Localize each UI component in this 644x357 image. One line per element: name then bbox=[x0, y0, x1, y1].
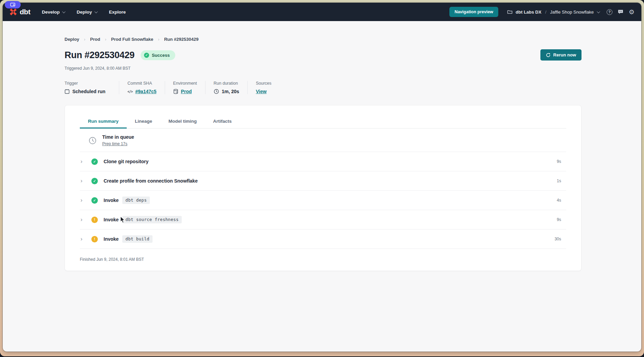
breadcrumb-job[interactable]: Prod Full Snowflake bbox=[111, 37, 153, 42]
warning-icon: ! bbox=[91, 236, 98, 242]
breadcrumb: Deploy › Prod › Prod Full Snowflake › Ru… bbox=[65, 21, 582, 42]
finished-timestamp: Finished Jun 9, 2024, 8:01 AM BST bbox=[80, 249, 566, 262]
meta-label: Sources bbox=[256, 81, 271, 86]
screen-share-icon bbox=[10, 3, 15, 7]
tab-run-summary[interactable]: Run summary bbox=[80, 114, 127, 129]
nav-menu-deploy[interactable]: Deploy bbox=[77, 10, 97, 15]
nav-menu-explore[interactable]: Explore bbox=[109, 10, 126, 15]
nav-menu-develop[interactable]: Develop bbox=[42, 10, 65, 15]
step-row-create-profile[interactable]: › ✓ Create profile from connection Snowf… bbox=[80, 171, 566, 191]
check-icon: ✓ bbox=[144, 53, 149, 58]
chevron-down-icon bbox=[62, 10, 66, 13]
check-icon: ✓ bbox=[91, 158, 98, 165]
expand-chevron-icon[interactable]: › bbox=[80, 236, 85, 242]
meta-label: Environment bbox=[173, 81, 197, 86]
status-badge-label: Success bbox=[152, 53, 170, 58]
feedback-icon[interactable] bbox=[618, 9, 624, 15]
breadcrumb-separator: › bbox=[158, 37, 159, 42]
expand-chevron-icon[interactable]: › bbox=[80, 178, 85, 184]
check-icon: ✓ bbox=[91, 197, 98, 204]
meta-label: Run duration bbox=[214, 81, 239, 86]
time-in-queue-section: Time in queue Prep time 17s bbox=[80, 129, 566, 152]
folder-icon bbox=[507, 10, 513, 14]
dbt-logo-icon bbox=[9, 7, 18, 16]
breadcrumb-prod[interactable]: Prod bbox=[90, 37, 100, 42]
chevron-down-icon bbox=[94, 10, 98, 13]
step-duration: 9s bbox=[557, 159, 561, 164]
project-name: Jaffle Shop Snowflake bbox=[550, 10, 594, 15]
breadcrumb-separator: › bbox=[84, 37, 85, 42]
browser-window: dbt Develop Deploy Explore Navigation pr… bbox=[3, 3, 641, 352]
page-header: Run #292530429 ✓ Success Rerun now bbox=[65, 48, 582, 62]
meta-environment: Environment Prod bbox=[165, 81, 205, 94]
step-duration: 1s bbox=[557, 178, 561, 183]
meta-trigger: Trigger Scheduled run bbox=[65, 81, 119, 94]
step-name: Clone git repository bbox=[104, 159, 148, 164]
trigger-value: Scheduled run bbox=[72, 89, 105, 94]
page-title: Run #292530429 bbox=[65, 50, 135, 61]
tab-lineage[interactable]: Lineage bbox=[127, 114, 160, 129]
meta-run-duration: Run duration 1m, 20s bbox=[205, 81, 247, 94]
expand-chevron-icon[interactable]: › bbox=[80, 197, 85, 203]
step-name: Invoke bbox=[104, 236, 119, 242]
triggered-timestamp: Triggered Jun 9, 2024, 8:00 AM BST bbox=[65, 66, 582, 71]
meta-sources: Sources View bbox=[247, 81, 280, 94]
sources-view-link[interactable]: View bbox=[256, 89, 267, 94]
code-icon: </> bbox=[127, 90, 132, 94]
nav-menus: Develop Deploy Explore bbox=[42, 10, 126, 15]
rerun-icon bbox=[546, 53, 551, 57]
prep-time-link[interactable]: Prep time 17s bbox=[102, 141, 127, 146]
status-badge: ✓ Success bbox=[141, 50, 175, 60]
breadcrumb-separator: › bbox=[105, 37, 106, 42]
step-name: Invoke bbox=[104, 217, 119, 222]
step-name: Create profile from connection Snowflake bbox=[104, 178, 198, 184]
clock-icon bbox=[214, 89, 219, 94]
dbt-logo-text: dbt bbox=[20, 8, 30, 16]
meta-label: Commit SHA bbox=[127, 81, 156, 86]
environment-link[interactable]: Prod bbox=[181, 89, 192, 94]
tab-artifacts[interactable]: Artifacts bbox=[205, 114, 240, 129]
gear-icon[interactable]: ⚙ bbox=[629, 9, 634, 15]
commit-sha-link[interactable]: #9a147c5 bbox=[135, 89, 156, 94]
chevron-down-icon bbox=[597, 10, 600, 13]
step-row-dbt-deps[interactable]: › ✓ Invoke dbt deps 4s bbox=[80, 191, 566, 210]
expand-chevron-icon[interactable]: › bbox=[80, 217, 85, 222]
expand-chevron-icon[interactable]: › bbox=[80, 158, 85, 164]
breadcrumb-deploy[interactable]: Deploy bbox=[65, 37, 79, 42]
step-row-clone-git[interactable]: › ✓ Clone git repository 9s bbox=[80, 152, 566, 171]
account-project-switcher[interactable]: dbt Labs DX / Jaffle Shop Snowflake bbox=[507, 10, 599, 15]
step-row-dbt-source-freshness[interactable]: › ! Invoke dbt source freshness 9s bbox=[80, 210, 566, 230]
step-command-chip: dbt source freshness bbox=[122, 216, 182, 223]
top-navigation: dbt Develop Deploy Explore Navigation pr… bbox=[3, 3, 641, 21]
breadcrumb-run[interactable]: Run #292530429 bbox=[164, 37, 198, 42]
step-row-dbt-build[interactable]: › ! Invoke dbt build 30s bbox=[80, 230, 566, 249]
step-duration: 9s bbox=[557, 217, 561, 222]
rerun-now-button[interactable]: Rerun now bbox=[540, 49, 582, 61]
step-duration: 4s bbox=[557, 198, 561, 203]
nav-icon-group: ? ⚙ bbox=[607, 9, 634, 15]
help-icon[interactable]: ? bbox=[607, 9, 612, 15]
tab-bar: Run summary Lineage Model timing Artifac… bbox=[80, 105, 566, 129]
desktop-frame: dbt Develop Deploy Explore Navigation pr… bbox=[0, 0, 644, 356]
step-name: Invoke bbox=[104, 198, 119, 203]
tab-model-timing[interactable]: Model timing bbox=[160, 114, 205, 129]
navigation-preview-button[interactable]: Navigation preview bbox=[449, 7, 498, 17]
screen-share-indicator[interactable] bbox=[5, 1, 21, 8]
dbt-logo[interactable]: dbt bbox=[9, 7, 30, 16]
environment-icon bbox=[173, 89, 178, 94]
queue-clock-icon bbox=[89, 137, 96, 144]
step-duration: 30s bbox=[555, 237, 561, 241]
path-separator: / bbox=[545, 10, 547, 15]
meta-label: Trigger bbox=[65, 81, 105, 86]
calendar-icon bbox=[65, 89, 70, 94]
check-icon: ✓ bbox=[91, 178, 98, 184]
step-command-chip: dbt build bbox=[122, 235, 152, 243]
run-detail-page: Deploy › Prod › Prod Full Snowflake › Ru… bbox=[65, 21, 582, 271]
account-name: dbt Labs DX bbox=[516, 10, 541, 15]
meta-commit-sha: Commit SHA </> #9a147c5 bbox=[119, 81, 164, 94]
run-metadata: Trigger Scheduled run Commit SHA </> #9a… bbox=[65, 81, 582, 94]
warning-icon: ! bbox=[91, 217, 98, 223]
queue-title: Time in queue bbox=[102, 134, 134, 140]
duration-value: 1m, 20s bbox=[222, 89, 239, 94]
run-summary-card: Run summary Lineage Model timing Artifac… bbox=[65, 105, 582, 271]
